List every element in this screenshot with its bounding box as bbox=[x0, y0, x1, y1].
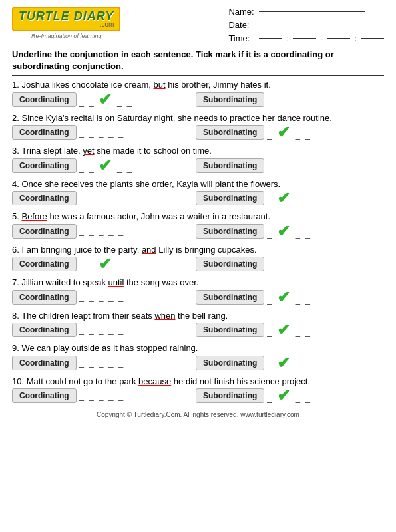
sub-group: Subordinating _ _ _ _ _ bbox=[196, 257, 313, 271]
time-line2[interactable] bbox=[293, 38, 316, 39]
answer-row: Coordinating _ _ _ _ _ Subordinating _ ✔… bbox=[12, 190, 384, 206]
sub-dashes: _ ✔ _ _ bbox=[267, 355, 311, 371]
time-dash: - bbox=[320, 33, 323, 43]
sub-dashes: _ ✔ _ _ bbox=[267, 190, 311, 206]
name-line[interactable] bbox=[259, 11, 365, 12]
answer-row: Coordinating _ _ _ _ _ Subordinating _ ✔… bbox=[12, 322, 384, 338]
coord-btn: Coordinating bbox=[12, 356, 77, 370]
footer: Copyright © Turtlediary.Com. All rights … bbox=[12, 408, 384, 418]
sub-group: Subordinating _ ✔ _ _ bbox=[196, 124, 311, 140]
coord-dashes: _ _ _ _ _ bbox=[79, 391, 125, 401]
sub-group: Subordinating _ ✔ _ _ bbox=[196, 223, 311, 239]
sub-check: ✔ bbox=[277, 322, 292, 338]
coord-group: Coordinating _ _ ✔ _ _ bbox=[12, 158, 185, 174]
sub-group: Subordinating _ _ _ _ _ bbox=[196, 158, 313, 173]
question-4: 4. Once she receives the plants she orde… bbox=[12, 178, 384, 207]
name-label: Name: bbox=[228, 7, 255, 17]
time-line1[interactable] bbox=[259, 38, 282, 39]
coord-btn: Coordinating bbox=[12, 92, 77, 107]
sub-btn: Subordinating bbox=[196, 158, 264, 173]
coord-group: Coordinating _ _ _ _ _ bbox=[12, 290, 185, 305]
coord-dashes: _ _ _ _ _ bbox=[79, 358, 125, 368]
sub-btn: Subordinating bbox=[196, 224, 264, 239]
answer-row: Coordinating _ _ _ _ _ Subordinating _ ✔… bbox=[12, 223, 384, 239]
coord-dashes: _ _ _ _ _ bbox=[79, 194, 125, 203]
coord-btn: Coordinating bbox=[12, 158, 77, 173]
question-1: 1. Joshua likes chocolate ice cream, but… bbox=[12, 78, 384, 108]
coord-check: ✔ bbox=[99, 92, 113, 108]
coord-check: ✔ bbox=[99, 256, 113, 272]
q-text: 5. Before he was a famous actor, John wa… bbox=[12, 211, 270, 221]
answer-row: Coordinating _ _ _ _ _ Subordinating _ ✔… bbox=[12, 289, 384, 305]
sub-group: Subordinating _ ✔ _ _ bbox=[196, 190, 311, 206]
coord-group: Coordinating _ _ _ _ _ bbox=[12, 323, 185, 337]
q-text: 7. Jillian waited to speak until the son… bbox=[12, 277, 198, 287]
coord-check: ✔ bbox=[99, 158, 113, 174]
coord-btn: Coordinating bbox=[12, 323, 77, 337]
q-text: 3. Trina slept late, yet she made it to … bbox=[12, 146, 212, 156]
header: TURTLE DIARY .com Re-Imagination of lear… bbox=[12, 7, 384, 43]
q-text: 8. The children leapt from their seats w… bbox=[12, 311, 228, 321]
coord-group: Coordinating _ _ _ _ _ bbox=[12, 191, 185, 205]
sub-check: ✔ bbox=[277, 190, 292, 206]
sub-group: Subordinating _ _ _ _ _ bbox=[196, 92, 313, 107]
coord-dashes: _ _ _ _ _ bbox=[79, 128, 125, 138]
time-colon2: : bbox=[354, 33, 357, 43]
sub-group: Subordinating _ ✔ _ _ bbox=[196, 355, 311, 371]
sub-check: ✔ bbox=[277, 289, 292, 305]
sub-group: Subordinating _ ✔ _ _ bbox=[196, 388, 311, 404]
sub-group: Subordinating _ ✔ _ _ bbox=[196, 322, 311, 338]
question-7: 7. Jillian waited to speak until the son… bbox=[12, 276, 384, 305]
question-6: 6. I am bringing juice to the party, and… bbox=[12, 243, 384, 273]
coord-group: Coordinating _ _ ✔ _ _ bbox=[12, 256, 185, 272]
sub-btn: Subordinating bbox=[196, 388, 264, 403]
sub-group: Subordinating _ ✔ _ _ bbox=[196, 289, 311, 305]
sub-dashes: _ ✔ _ _ bbox=[267, 289, 311, 305]
sub-dashes: _ ✔ _ _ bbox=[267, 322, 311, 338]
date-line[interactable] bbox=[259, 25, 365, 25]
sub-btn: Subordinating bbox=[196, 323, 264, 337]
answer-row: Coordinating _ _ ✔ _ _ Subordinating _ _… bbox=[12, 158, 384, 174]
coord-group: Coordinating _ _ _ _ _ bbox=[12, 224, 185, 239]
q-text: 9. We can play outside as it has stopped… bbox=[12, 343, 198, 353]
date-label: Date: bbox=[228, 20, 255, 30]
coord-btn: Coordinating bbox=[12, 290, 77, 305]
question-8: 8. The children leapt from their seats w… bbox=[12, 309, 384, 338]
questions-container: 1. Joshua likes chocolate ice cream, but… bbox=[12, 78, 384, 404]
sub-check: ✔ bbox=[277, 223, 292, 239]
coord-btn: Coordinating bbox=[12, 388, 77, 403]
time-colon1: : bbox=[286, 33, 289, 43]
coord-dashes: _ _ ✔ _ _ bbox=[79, 92, 133, 108]
coord-dashes: _ _ ✔ _ _ bbox=[79, 256, 133, 272]
sub-dashes: _ _ _ _ _ bbox=[267, 160, 313, 170]
coord-group: Coordinating _ _ _ _ _ bbox=[12, 356, 185, 370]
answer-row: Coordinating _ _ ✔ _ _ Subordinating _ _… bbox=[12, 92, 384, 108]
sub-dashes: _ _ _ _ _ bbox=[267, 259, 313, 269]
question-10: 10. Matt could not go to the park becaus… bbox=[12, 375, 384, 404]
time-row: Time: : - : bbox=[228, 33, 384, 43]
time-line4[interactable] bbox=[361, 38, 384, 39]
time-line3[interactable] bbox=[327, 38, 350, 39]
coord-group: Coordinating _ _ _ _ _ bbox=[12, 388, 185, 403]
worksheet-page: TURTLE DIARY .com Re-Imagination of lear… bbox=[0, 0, 396, 425]
coord-group: Coordinating _ _ _ _ _ bbox=[12, 125, 185, 140]
sub-btn: Subordinating bbox=[196, 125, 264, 140]
coord-btn: Coordinating bbox=[12, 125, 77, 140]
q-text: 4. Once she receives the plants she orde… bbox=[12, 179, 280, 189]
coord-btn: Coordinating bbox=[12, 257, 77, 271]
time-label: Time: bbox=[228, 33, 255, 43]
sub-btn: Subordinating bbox=[196, 257, 264, 271]
logo-box: TURTLE DIARY .com bbox=[12, 7, 120, 31]
sub-check: ✔ bbox=[277, 124, 292, 140]
name-row: Name: bbox=[228, 7, 384, 17]
answer-row: Coordinating _ _ _ _ _ Subordinating _ ✔… bbox=[12, 388, 384, 404]
sub-dashes: _ ✔ _ _ bbox=[267, 124, 311, 140]
sub-dashes: _ ✔ _ _ bbox=[267, 388, 311, 404]
instructions: Underline the conjunction in each senten… bbox=[12, 49, 384, 76]
sub-btn: Subordinating bbox=[196, 191, 264, 205]
answer-row: Coordinating _ _ _ _ _ Subordinating _ ✔… bbox=[12, 124, 384, 140]
coord-dashes: _ _ _ _ _ bbox=[79, 325, 125, 335]
sub-check: ✔ bbox=[277, 355, 292, 371]
date-row: Date: bbox=[228, 20, 384, 30]
question-2: 2. Since Kyla's recital is on Saturday n… bbox=[12, 112, 384, 141]
